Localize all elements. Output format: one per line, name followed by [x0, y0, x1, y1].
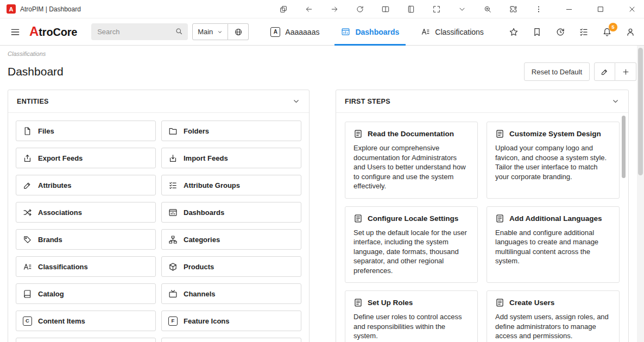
entities-panel: ENTITIES Files Folders Export Feeds Impo…	[8, 90, 310, 342]
panel-scrollbar-thumb[interactable]	[622, 116, 626, 178]
page-title: Dashboard	[8, 65, 64, 78]
classification-icon	[23, 262, 32, 271]
entity-button-catalog[interactable]: Catalog	[16, 283, 156, 304]
back-icon[interactable]	[304, 4, 314, 15]
entity-button-products[interactable]: Products	[161, 256, 301, 277]
pencil-icon	[23, 181, 32, 190]
entity-button-import-feeds[interactable]: Import Feeds	[161, 148, 301, 168]
entities-panel-title: ENTITIES	[17, 98, 49, 105]
entity-button-dashboards[interactable]: Dashboards	[161, 202, 301, 223]
pencil-icon	[601, 68, 609, 76]
checklist-icon	[168, 181, 178, 190]
entity-button-associations[interactable]: Associations	[16, 202, 156, 223]
entity-label: Attributes	[38, 181, 71, 189]
entity-button-export-feeds[interactable]: Export Feeds	[16, 148, 156, 168]
entity-label: Folders	[184, 127, 209, 135]
reset-to-default-button[interactable]: Reset to Default	[524, 62, 590, 81]
tab-tiling-icon[interactable]	[278, 4, 289, 15]
zoom-icon[interactable]	[482, 4, 493, 15]
reader-view-icon[interactable]	[406, 4, 416, 15]
notifications-bell-icon[interactable]: 5	[601, 26, 613, 38]
document-icon	[353, 129, 363, 138]
card-body: Define user roles to control access and …	[353, 312, 469, 341]
menu-dots-icon[interactable]	[533, 4, 544, 15]
hamburger-menu-icon[interactable]	[8, 24, 23, 40]
entity-button-classifications[interactable]: Classifications	[16, 256, 156, 277]
favorites-star-icon[interactable]	[508, 26, 520, 38]
minimize-button[interactable]	[564, 4, 574, 15]
entity-button-folders[interactable]: Folders	[161, 121, 301, 141]
atrocore-logo[interactable]: AtroCore	[29, 25, 77, 39]
globe-icon	[234, 28, 243, 36]
collapse-chevron-icon[interactable]	[611, 97, 620, 105]
entity-button-content-items[interactable]: CContent Items	[16, 311, 156, 331]
card-title: Configure Locale Settings	[368, 214, 458, 223]
letter-a-icon: A	[270, 27, 280, 37]
tab-dashboards[interactable]: Dashboards	[340, 18, 400, 46]
first-steps-panel-title: FIRST STEPS	[345, 98, 390, 105]
language-button[interactable]	[228, 23, 249, 40]
forward-icon[interactable]	[329, 4, 340, 15]
tab-label: Aaaaaaas	[285, 28, 319, 36]
user-account-icon[interactable]	[624, 26, 636, 38]
card-title: Read the Documentation	[368, 130, 454, 138]
entity-label: Channels	[184, 290, 216, 298]
bookmark-icon[interactable]	[531, 26, 543, 38]
entity-button-files[interactable]: Files	[16, 121, 156, 141]
tab-classifications[interactable]: Classifications	[420, 18, 484, 46]
document-icon	[495, 129, 504, 138]
entity-button-attributes[interactable]: Attributes	[16, 175, 156, 195]
card-body: Enable and configure additional language…	[495, 228, 611, 266]
entity-button-channels[interactable]: Channels	[161, 283, 301, 304]
card-add-additional-languages[interactable]: Add Additional Languages Enable and conf…	[487, 206, 620, 283]
card-customize-system-design[interactable]: Customize System Design Upload your comp…	[487, 122, 620, 199]
app-logo: A	[7, 4, 16, 14]
entity-button-attribute-groups[interactable]: Attribute Groups	[161, 175, 301, 195]
collapse-chevron-icon[interactable]	[292, 97, 300, 105]
page-scrollbar-thumb[interactable]	[638, 48, 643, 175]
tasks-checklist-icon[interactable]	[578, 26, 590, 38]
split-view-icon[interactable]	[380, 4, 391, 15]
card-set-up-roles[interactable]: Set Up Roles Define user roles to contro…	[345, 290, 478, 342]
card-read-the-documentation[interactable]: Read the Documentation Explore our compr…	[345, 122, 478, 199]
chevron-down-icon[interactable]	[457, 4, 468, 15]
maximize-button[interactable]	[595, 4, 606, 15]
card-title: Create Users	[509, 299, 554, 307]
package-icon	[168, 262, 178, 271]
entity-label: Attribute Groups	[184, 181, 240, 189]
card-title: Set Up Roles	[368, 299, 413, 307]
layout-select-value: Main	[198, 28, 213, 36]
entity-label: Categories	[184, 236, 220, 244]
layout-select[interactable]: Main	[192, 23, 228, 40]
extensions-icon[interactable]	[508, 4, 519, 15]
history-icon[interactable]	[554, 26, 566, 38]
entity-label: Feature Icons	[184, 317, 230, 325]
fullscreen-icon[interactable]	[431, 4, 442, 15]
folder-icon	[168, 126, 178, 136]
search-input[interactable]	[91, 23, 188, 40]
breadcrumb[interactable]: Classifications	[8, 50, 636, 57]
close-button[interactable]	[627, 4, 637, 15]
file-icon	[23, 126, 32, 136]
notification-badge: 5	[609, 23, 617, 31]
card-configure-locale-settings[interactable]: Configure Locale Settings Set up the def…	[345, 206, 478, 283]
card-title: Customize System Design	[509, 130, 601, 138]
entity-label: Dashboards	[184, 208, 224, 217]
entity-label: Brands	[38, 236, 62, 244]
letter-c-icon: C	[23, 316, 32, 326]
reload-icon[interactable]	[355, 4, 365, 15]
entity-button-feature-icons[interactable]: FFeature Icons	[161, 311, 301, 331]
entity-button-categories[interactable]: Categories	[161, 229, 301, 250]
first-steps-panel: FIRST STEPS Read the Documentation Explo…	[336, 90, 629, 342]
entity-label: Classifications	[38, 263, 88, 271]
search-icon[interactable]	[175, 27, 183, 35]
tab-aaaaaaas[interactable]: A Aaaaaaas	[269, 18, 320, 46]
entity-button-partial[interactable]	[161, 338, 301, 342]
card-create-users[interactable]: Create Users Add system users, assign ro…	[487, 290, 620, 342]
tag-icon	[23, 235, 32, 244]
entity-button-brands[interactable]: Brands	[16, 229, 156, 250]
add-dashlet-button[interactable]	[615, 62, 636, 81]
edit-dashboard-button[interactable]	[594, 62, 615, 81]
page-scrollbar[interactable]	[637, 46, 644, 342]
entity-button-partial[interactable]	[16, 338, 156, 342]
